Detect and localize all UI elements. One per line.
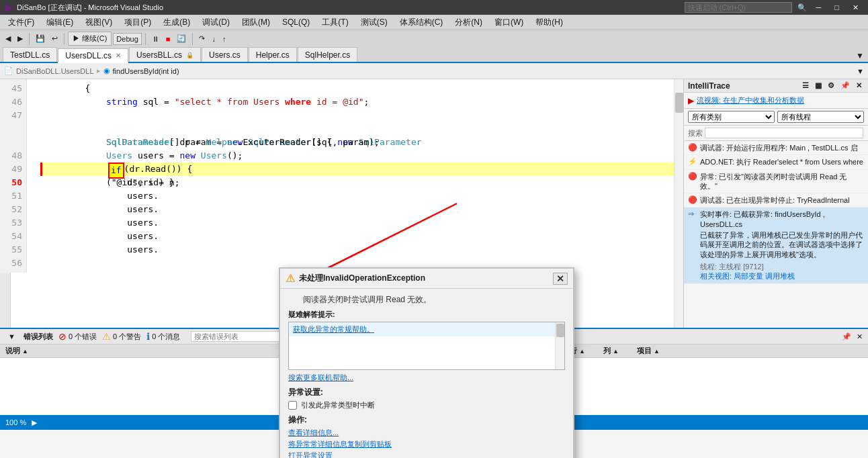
tab-usersdll-close[interactable]: ✕: [116, 52, 121, 59]
local-vars-link[interactable]: 局部变量: [734, 272, 763, 280]
bottom-panel-dropdown[interactable]: ▼: [5, 332, 18, 341]
path-bar: 📄 DiSanBoDLL.UsersDLL ▸ ◉ findUsersById(…: [0, 63, 868, 79]
minimize-btn[interactable]: ─: [812, 3, 826, 11]
menu-file[interactable]: 文件(F): [3, 15, 40, 30]
code-line-55: users.: [40, 230, 681, 243]
step-out[interactable]: ↑: [220, 34, 229, 44]
status-zoom: 100 %: [5, 418, 26, 426]
tab-users[interactable]: Users.cs: [202, 47, 248, 62]
tab-scroll-right[interactable]: ▼: [855, 50, 865, 62]
video-link-text[interactable]: 流视频: 在生产中收集和分析数据: [697, 95, 804, 105]
pause-btn[interactable]: ⏸: [149, 34, 162, 44]
event-icon-1: ⚡: [688, 157, 697, 166]
menu-team[interactable]: 团队(M): [236, 15, 275, 30]
namespace-path: DiSanBoDLL.UsersDLL: [16, 67, 94, 75]
hints-scrollbar[interactable]: [555, 322, 564, 369]
code-line-53: users.: [40, 203, 681, 216]
menu-debug[interactable]: 调试(D): [197, 15, 235, 30]
menu-project[interactable]: 项目(P): [119, 15, 157, 30]
exc-action1-link[interactable]: 查看详细信息...: [288, 428, 565, 438]
event-text-1: ADO.NET: 执行 Reader'select * from Users w…: [700, 157, 863, 167]
exc-title-text: 未处理InvalidOperationException: [299, 273, 425, 284]
exc-search-link[interactable]: 搜索更多联机帮助...: [288, 373, 565, 383]
bottom-panel-pin[interactable]: 📌: [842, 332, 851, 341]
warnings-badge: ⚠ 0 个警告: [102, 331, 141, 342]
menu-arch[interactable]: 体系结构(C): [394, 15, 449, 30]
restart-btn[interactable]: 🔄: [174, 33, 189, 44]
title-bar: ▶ DiSanBo [正在调试] - Microsoft Visual Stud…: [0, 0, 868, 15]
right-panel-controls: ☰ ▦ ⚙ 📌 ✕: [800, 81, 864, 91]
menu-build[interactable]: 生成(B): [158, 15, 196, 30]
menu-help[interactable]: 帮助(H): [530, 15, 568, 30]
continue-btn[interactable]: ▶ 继续(C): [68, 32, 112, 46]
forward-btn[interactable]: ▶: [15, 33, 26, 44]
line-numbers: 45 46 47 48 49 50⇒ 51 52 53 54 55 56: [0, 79, 27, 273]
event-icon-4: ⇒: [688, 210, 697, 218]
error-list-search[interactable]: [191, 331, 285, 342]
path-scroll[interactable]: ▼: [857, 67, 864, 75]
menu-tools[interactable]: 工具(T): [316, 15, 353, 30]
menu-analyze[interactable]: 分析(N): [449, 15, 488, 30]
event-text-0: 调试器: 开始运行应用程序: Main , TestDLL.cs 启: [700, 143, 858, 152]
event-item-4[interactable]: ⇒ 实时事件: 已截获异常: findUsersById , UsersDLL.…: [684, 208, 868, 283]
title-bar-left: ▶ DiSanBo [正在调试] - Microsoft Visual Stud…: [5, 2, 163, 13]
rp-settings-icon[interactable]: ⚙: [826, 81, 836, 91]
event-icon-2: 🔴: [688, 172, 697, 181]
tab-sqlhelper[interactable]: SqlHelper.cs: [298, 47, 357, 62]
menu-test[interactable]: 测试(S): [355, 15, 393, 30]
code-line-48: SqlDataReader dr = Helper.ExcuterReader(…: [40, 136, 681, 149]
video-link-bar[interactable]: ▶ 流视频: 在生产中收集和分析数据: [684, 93, 868, 109]
tab-bar: TestDLL.cs UsersDLL.cs ✕ UsersBLL.cs 🔒 U…: [0, 47, 868, 63]
back-btn[interactable]: ◀: [3, 33, 13, 44]
video-icon: ▶: [688, 96, 694, 105]
exc-checkbox[interactable]: [288, 401, 297, 410]
status-sep: ▶: [32, 418, 37, 427]
maximize-btn[interactable]: □: [830, 3, 843, 11]
tab-helper[interactable]: Helper.cs: [249, 47, 297, 62]
event-text-3: 调试器: 已在出现异常时停止: TryReadInternal: [700, 195, 850, 205]
title-bar-controls[interactable]: 🔍 ─ □ ✕: [685, 2, 863, 13]
toolbar-sep4: [192, 33, 193, 45]
call-stack-link[interactable]: 调用堆栈: [765, 272, 795, 280]
vertical-scrollbar[interactable]: [674, 79, 683, 328]
tab-testdll[interactable]: TestDLL.cs: [3, 47, 57, 62]
menu-sql[interactable]: SQL(Q): [277, 16, 315, 28]
menu-window[interactable]: 窗口(W): [489, 15, 529, 30]
event-text-2: 异常: 已引发"阅读器关闭时尝试调用 Read 无效。": [700, 172, 864, 191]
rp-grid-icon[interactable]: ▦: [813, 81, 824, 91]
exc-action3-link[interactable]: 打开异常设置: [288, 451, 565, 458]
menu-view[interactable]: 视图(V): [80, 15, 118, 30]
step-into[interactable]: ↓: [209, 34, 218, 44]
rp-close-icon[interactable]: ✕: [854, 81, 864, 91]
event-icon-3: 🔴: [688, 195, 697, 204]
tab-usersbll[interactable]: UsersBLL.cs 🔒: [129, 47, 201, 62]
thread-select[interactable]: 所有线程: [777, 111, 864, 123]
toolbar: ◀ ▶ 💾 ↩ ▶ 继续(C) Debug ⏸ ■ 🔄 ↷ ↓ ↑: [0, 30, 868, 47]
bottom-panel-title: 错误列表: [24, 332, 53, 342]
search-input[interactable]: [705, 128, 863, 138]
code-line-46: string sql = "select * from Users where …: [40, 95, 681, 109]
undo-btn[interactable]: ↩: [49, 33, 60, 44]
exc-actions-label: 操作:: [288, 414, 565, 426]
rp-list-icon[interactable]: ☰: [800, 81, 811, 91]
exc-action2-link[interactable]: 将异常常详细信息复制到剪贴板: [288, 439, 565, 449]
menu-edit[interactable]: 编辑(E): [41, 15, 79, 30]
exc-close-btn[interactable]: ✕: [553, 273, 568, 285]
tab-helper-label: Helper.cs: [256, 50, 290, 60]
search-icon: 🔍: [797, 3, 807, 12]
rp-pin-icon[interactable]: 📌: [838, 81, 852, 91]
step-over[interactable]: ↷: [196, 33, 208, 44]
col-project: 项目 ▲: [637, 346, 863, 356]
debug-dropdown[interactable]: Debug: [113, 33, 141, 45]
exc-hints-label: 疑难解答提示:: [288, 310, 565, 320]
code-content[interactable]: { string sql = "select * from Users wher…: [38, 79, 683, 259]
save-btn[interactable]: 💾: [33, 33, 48, 44]
stop-btn[interactable]: ■: [163, 34, 173, 44]
scrollbar-thumb[interactable]: [675, 93, 683, 113]
bottom-panel-close[interactable]: ✕: [857, 332, 863, 341]
tab-usersdll[interactable]: UsersDLL.cs ✕: [58, 48, 128, 63]
category-select[interactable]: 所有类别: [688, 111, 775, 123]
exc-hint-link[interactable]: 获取此异常的常规帮助。: [289, 322, 564, 336]
close-btn[interactable]: ✕: [849, 3, 863, 12]
exc-title-bar: ⚠ 未处理InvalidOperationException ✕: [280, 269, 573, 289]
